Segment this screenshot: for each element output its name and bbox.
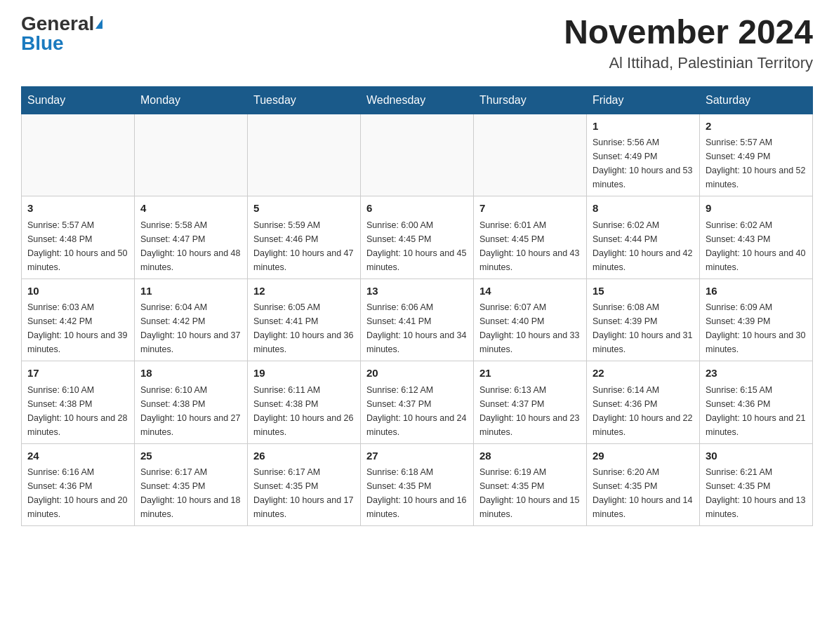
day-number: 22 [593,365,694,382]
day-number: 6 [366,201,468,217]
day-info: Sunrise: 6:13 AMSunset: 4:37 PMDaylight:… [479,383,581,439]
header-day-friday: Friday [587,86,700,114]
logo: General Blue [21,14,102,53]
calendar-cell: 15Sunrise: 6:08 AMSunset: 4:39 PMDayligh… [587,279,700,361]
day-info: Sunrise: 6:18 AMSunset: 4:35 PMDaylight:… [366,465,468,521]
day-info: Sunrise: 6:07 AMSunset: 4:40 PMDaylight:… [479,300,581,356]
day-number: 24 [27,448,128,464]
calendar-cell [474,114,587,196]
day-info: Sunrise: 6:17 AMSunset: 4:35 PMDaylight:… [253,465,355,521]
calendar-cell: 16Sunrise: 6:09 AMSunset: 4:39 PMDayligh… [700,279,813,361]
calendar-cell [22,114,135,196]
day-number: 25 [140,448,241,464]
day-info: Sunrise: 6:12 AMSunset: 4:37 PMDaylight:… [366,383,468,439]
day-info: Sunrise: 5:58 AMSunset: 4:47 PMDaylight:… [140,218,241,274]
day-number: 20 [366,365,468,382]
day-info: Sunrise: 6:10 AMSunset: 4:38 PMDaylight:… [140,383,241,439]
calendar-cell: 10Sunrise: 6:03 AMSunset: 4:42 PMDayligh… [22,279,135,361]
day-number: 26 [253,448,355,464]
calendar-cell: 1Sunrise: 5:56 AMSunset: 4:49 PMDaylight… [587,114,700,196]
calendar-cell [248,114,361,196]
calendar-cell: 29Sunrise: 6:20 AMSunset: 4:35 PMDayligh… [587,443,700,526]
day-number: 16 [706,283,807,300]
day-info: Sunrise: 6:16 AMSunset: 4:36 PMDaylight:… [27,465,128,521]
calendar-header: SundayMondayTuesdayWednesdayThursdayFrid… [22,86,813,114]
day-info: Sunrise: 5:56 AMSunset: 4:49 PMDaylight:… [593,135,694,192]
calendar-cell: 19Sunrise: 6:11 AMSunset: 4:38 PMDayligh… [248,361,361,444]
calendar-cell [135,114,248,196]
day-number: 29 [593,448,694,464]
day-number: 15 [593,283,694,300]
calendar-cell: 11Sunrise: 6:04 AMSunset: 4:42 PMDayligh… [135,279,248,361]
day-info: Sunrise: 6:04 AMSunset: 4:42 PMDaylight:… [140,300,241,356]
title-section: November 2024 Al Ittihad, Palestinian Te… [564,14,813,72]
day-info: Sunrise: 6:05 AMSunset: 4:41 PMDaylight:… [253,300,355,356]
day-number: 14 [479,283,581,300]
day-info: Sunrise: 6:17 AMSunset: 4:35 PMDaylight:… [140,465,241,521]
calendar-cell: 8Sunrise: 6:02 AMSunset: 4:44 PMDaylight… [587,196,700,279]
day-info: Sunrise: 6:08 AMSunset: 4:39 PMDaylight:… [593,300,694,356]
day-info: Sunrise: 6:09 AMSunset: 4:39 PMDaylight:… [706,300,807,356]
calendar-week-3: 10Sunrise: 6:03 AMSunset: 4:42 PMDayligh… [22,279,813,361]
calendar-cell: 5Sunrise: 5:59 AMSunset: 4:46 PMDaylight… [248,196,361,279]
calendar-cell [361,114,474,196]
logo-blue-text: Blue [21,34,64,53]
calendar-cell: 14Sunrise: 6:07 AMSunset: 4:40 PMDayligh… [474,279,587,361]
calendar-body: 1Sunrise: 5:56 AMSunset: 4:49 PMDaylight… [22,114,813,526]
day-info: Sunrise: 6:02 AMSunset: 4:43 PMDaylight:… [706,218,807,274]
day-number: 19 [253,365,355,382]
day-info: Sunrise: 6:14 AMSunset: 4:36 PMDaylight:… [593,383,694,439]
calendar-cell: 18Sunrise: 6:10 AMSunset: 4:38 PMDayligh… [135,361,248,444]
day-number: 4 [140,201,241,217]
day-number: 9 [706,201,807,217]
day-info: Sunrise: 6:19 AMSunset: 4:35 PMDaylight:… [479,465,581,521]
day-info: Sunrise: 6:06 AMSunset: 4:41 PMDaylight:… [366,300,468,356]
calendar-cell: 2Sunrise: 5:57 AMSunset: 4:49 PMDaylight… [700,114,813,196]
calendar-cell: 26Sunrise: 6:17 AMSunset: 4:35 PMDayligh… [248,443,361,526]
calendar-cell: 4Sunrise: 5:58 AMSunset: 4:47 PMDaylight… [135,196,248,279]
day-info: Sunrise: 6:03 AMSunset: 4:42 PMDaylight:… [27,300,128,356]
day-number: 13 [366,283,468,300]
calendar-cell: 27Sunrise: 6:18 AMSunset: 4:35 PMDayligh… [361,443,474,526]
calendar-cell: 3Sunrise: 5:57 AMSunset: 4:48 PMDaylight… [22,196,135,279]
day-number: 1 [593,119,694,135]
day-number: 23 [706,365,807,382]
day-number: 3 [27,201,128,217]
header-day-wednesday: Wednesday [361,86,474,114]
day-info: Sunrise: 6:00 AMSunset: 4:45 PMDaylight:… [366,218,468,274]
calendar-cell: 24Sunrise: 6:16 AMSunset: 4:36 PMDayligh… [22,443,135,526]
day-number: 10 [27,283,128,300]
day-info: Sunrise: 6:21 AMSunset: 4:35 PMDaylight:… [706,465,807,521]
calendar-cell: 9Sunrise: 6:02 AMSunset: 4:43 PMDaylight… [700,196,813,279]
calendar-table: SundayMondayTuesdayWednesdayThursdayFrid… [21,86,813,527]
calendar-cell: 30Sunrise: 6:21 AMSunset: 4:35 PMDayligh… [700,443,813,526]
header-row: SundayMondayTuesdayWednesdayThursdayFrid… [22,86,813,114]
day-number: 2 [706,119,807,135]
calendar-cell: 17Sunrise: 6:10 AMSunset: 4:38 PMDayligh… [22,361,135,444]
day-number: 8 [593,201,694,217]
day-number: 30 [706,448,807,464]
day-number: 12 [253,283,355,300]
calendar-week-1: 1Sunrise: 5:56 AMSunset: 4:49 PMDaylight… [22,114,813,196]
day-number: 7 [479,201,581,217]
day-info: Sunrise: 6:01 AMSunset: 4:45 PMDaylight:… [479,218,581,274]
day-info: Sunrise: 6:20 AMSunset: 4:35 PMDaylight:… [593,465,694,521]
logo-general-text: General [21,14,94,34]
calendar-week-4: 17Sunrise: 6:10 AMSunset: 4:38 PMDayligh… [22,361,813,444]
header-day-thursday: Thursday [474,86,587,114]
calendar-cell: 23Sunrise: 6:15 AMSunset: 4:36 PMDayligh… [700,361,813,444]
day-info: Sunrise: 6:11 AMSunset: 4:38 PMDaylight:… [253,383,355,439]
month-title: November 2024 [564,14,813,51]
header-day-monday: Monday [135,86,248,114]
calendar-cell: 6Sunrise: 6:00 AMSunset: 4:45 PMDaylight… [361,196,474,279]
calendar-cell: 20Sunrise: 6:12 AMSunset: 4:37 PMDayligh… [361,361,474,444]
day-number: 17 [27,365,128,382]
logo-triangle-icon [95,19,102,29]
day-info: Sunrise: 5:59 AMSunset: 4:46 PMDaylight:… [253,218,355,274]
calendar-week-2: 3Sunrise: 5:57 AMSunset: 4:48 PMDaylight… [22,196,813,279]
calendar-cell: 28Sunrise: 6:19 AMSunset: 4:35 PMDayligh… [474,443,587,526]
day-info: Sunrise: 5:57 AMSunset: 4:48 PMDaylight:… [27,218,128,274]
calendar-cell: 22Sunrise: 6:14 AMSunset: 4:36 PMDayligh… [587,361,700,444]
day-info: Sunrise: 6:10 AMSunset: 4:38 PMDaylight:… [27,383,128,439]
day-info: Sunrise: 6:15 AMSunset: 4:36 PMDaylight:… [706,383,807,439]
